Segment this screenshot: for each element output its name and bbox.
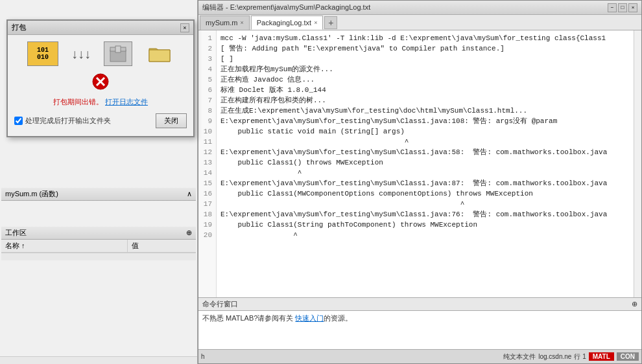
status-filetype: 纯文本文件: [503, 352, 536, 361]
editor-window: 编辑器 - E:\exprement\java\mySum\PackagingL…: [198, 0, 642, 364]
minimize-button[interactable]: −: [608, 3, 617, 12]
sidebar-horizontal-scroll[interactable]: [1, 253, 196, 260]
tab-add-button[interactable]: +: [324, 16, 337, 29]
status-log-ref: log.csdn.ne: [538, 353, 571, 360]
function-panel-title: mySum.m (函数) ∧: [1, 188, 196, 201]
workspace-panel: 工作区 ⊕ 名称 ↑ 值: [1, 227, 196, 345]
line-numbers: 1234567891011121314151617181920: [198, 30, 217, 297]
package-icon: [104, 41, 132, 66]
maximize-button[interactable]: □: [618, 3, 627, 12]
open-folder-checkbox[interactable]: [14, 117, 23, 125]
cmd-title: 命令行窗口 ⊕: [198, 298, 641, 311]
dialog-body: 101 010 ↓↓↓: [8, 35, 193, 136]
sidebar: 打包 × 101 010 ↓↓↓: [0, 0, 198, 364]
open-folder-checkbox-label: 处理完成后打开输出文件夹: [14, 116, 150, 126]
tab-mysum-close[interactable]: ×: [241, 19, 244, 26]
scrollbar-right[interactable]: [634, 30, 641, 297]
dialog-titlebar: 打包 ×: [8, 21, 193, 35]
folder-icon: [145, 41, 174, 66]
close-editor-button[interactable]: ×: [628, 3, 637, 12]
workspace-panel-title: 工作区 ⊕: [1, 227, 196, 240]
code-area[interactable]: mcc -W 'java:mySum.Class1' -T link:lib -…: [217, 30, 634, 297]
pack-dialog: 打包 × 101 010 ↓↓↓: [6, 19, 195, 137]
workspace-table: 名称 ↑ 值: [1, 240, 196, 253]
svg-rect-2: [115, 46, 121, 52]
status-row: 行 1: [574, 352, 586, 361]
dialog-icons: 101 010 ↓↓↓: [14, 41, 187, 66]
cmd-content: 不熟悉 MATLAB?请参阅有关 快速入门的资源。: [198, 311, 641, 349]
quick-start-link[interactable]: 快速入门: [295, 313, 324, 323]
arrow-icon: ↓↓↓: [71, 47, 91, 62]
tab-mysum[interactable]: mySum.m ×: [200, 16, 250, 30]
close-dialog-button[interactable]: 关闭: [156, 113, 187, 128]
tab-packaginglog-close[interactable]: ×: [314, 19, 317, 26]
col-value-header: 值: [127, 240, 196, 253]
function-panel: mySum.m (函数) ∧: [1, 188, 196, 220]
dialog-close-button[interactable]: ×: [180, 23, 189, 32]
dialog-title: 打包: [12, 23, 26, 32]
con-badge: CON: [617, 352, 639, 361]
matlab-badge: MATL: [589, 352, 614, 361]
open-log-link[interactable]: 打开日志文件: [105, 98, 148, 106]
tab-bar: mySum.m × PackagingLog.txt × +: [198, 15, 641, 30]
status-left: h: [201, 353, 205, 360]
error-message: 打包期间出错。 打开日志文件: [14, 97, 187, 107]
sidebar-scroll[interactable]: [0, 356, 197, 364]
titlebar-buttons: − □ ×: [608, 3, 637, 12]
error-icon: [14, 73, 187, 95]
status-bar: h 纯文本文件 log.csdn.ne 行 1 MATL CON: [198, 349, 641, 363]
dialog-footer: 处理完成后打开输出文件夹 关闭: [14, 109, 187, 130]
editor-title-text: 编辑器 - E:\exprement\java\mySum\PackagingL…: [202, 3, 370, 12]
editor-titlebar: 编辑器 - E:\exprement\java\mySum\PackagingL…: [198, 1, 641, 15]
status-right: 纯文本文件 log.csdn.ne 行 1 MATL CON: [503, 352, 639, 361]
editor-content: 1234567891011121314151617181920 mcc -W '…: [198, 30, 641, 297]
editor-bottom: 命令行窗口 ⊕ 不熟悉 MATLAB?请参阅有关 快速入门的资源。: [198, 297, 641, 349]
binary-icon: 101 010: [27, 41, 58, 66]
col-name-header: 名称 ↑: [1, 240, 127, 253]
tab-packaginglog[interactable]: PackagingLog.txt ×: [251, 16, 324, 30]
